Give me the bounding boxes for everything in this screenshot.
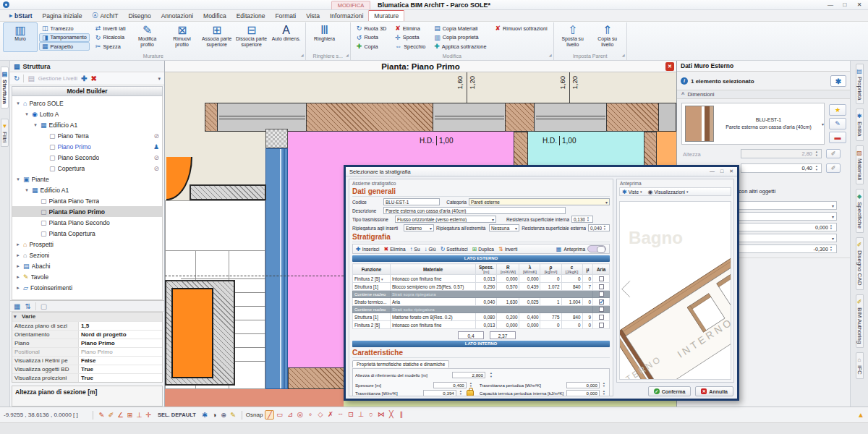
spinner-icon[interactable] [814,165,820,171]
aria-checkbox[interactable] [599,315,604,320]
user-add-icon[interactable]: ♟ [153,143,159,150]
menu-tab-informazioni[interactable]: Informazioni [325,10,368,21]
canvas-close-button[interactable] [665,62,674,71]
aria-checkbox[interactable] [599,292,604,297]
osnap-extension-icon[interactable]: ╌ [336,410,345,420]
door-leaf[interactable] [171,288,213,378]
toggle-pill[interactable] [587,245,606,252]
osnap-center-icon[interactable]: ◎ [295,410,305,420]
property-row-piano[interactable]: PianoPiano Primo [12,339,162,347]
tree-item-piano-terra[interactable]: ▢Piano Terra⊘ [12,130,162,141]
interior-wall-gray[interactable] [190,184,266,200]
strat-row-2[interactable]: Contiene nucleoStrati sopra ripiegatura [353,291,610,298]
conferma-button[interactable]: Conferma [648,386,692,396]
exterior-wall[interactable] [505,103,535,132]
ribbon-button-ruota-3d[interactable]: ↻Ruota 3D [354,24,389,33]
ribbon-button-tramezzo[interactable]: ◫Tramezzo [39,24,90,33]
property-page-icon[interactable]: ▢ [41,302,47,310]
dimensions-section-header[interactable]: Dimensioni [677,90,850,99]
property-row-orientamento[interactable]: OrientamentoNord di progetto [12,330,162,339]
osnap-line-icon[interactable]: ╱ [265,410,274,420]
tree-item-edificio-a1[interactable]: ▾▦Edificio A1 [12,119,162,130]
lock-icon[interactable] [467,390,474,396]
categorize-icon[interactable]: ▦ [14,302,20,310]
tree-item-sezioni[interactable]: ▸⌂Sezioni [12,250,162,260]
strat-row-6[interactable]: Finitura 2 [5]Intonaco con finitura fine… [353,321,610,329]
style-brush-icon[interactable]: ✎ [229,411,238,419]
tree-item-parco-sole[interactable]: ▾⌂Parco SOLE [12,98,162,109]
spinner-icon[interactable] [828,224,834,231]
aria-checkbox[interactable] [599,284,604,289]
spinner-icon[interactable] [458,390,464,396]
gear-button[interactable]: ✱ [830,75,846,87]
chevron-down-icon[interactable]: ▾ [832,236,834,241]
spinner-icon[interactable] [488,372,494,378]
expander-icon[interactable]: ▸ [15,252,21,258]
tree-item-pianta-copertura[interactable]: ▢Pianta Copertura [12,228,162,239]
strat-row-0[interactable]: Finitura 2 [5]Intonaco con finitura fine… [353,275,610,283]
tree-item-piante[interactable]: ▾▣Piante [12,174,162,184]
thermal-props-tab[interactable]: Proprietà termofisiche statiche e dinami… [352,360,449,367]
chevron-down-icon[interactable]: ▾ [158,76,161,82]
ribbon-button-ruota[interactable]: ↺Ruota [354,33,389,42]
spinner-icon[interactable] [602,225,608,231]
add-icon[interactable]: ✚ [81,75,87,82]
menu-tab-formati[interactable]: Formati [270,10,301,21]
strat-su-button[interactable]: ↑Su [410,246,420,252]
grid-snap-icon[interactable]: ⊞ [125,411,135,419]
pencil-snap-icon[interactable]: ✎ [97,411,106,419]
resistenza-esterna-spin[interactable]: 0,040 [588,224,610,231]
selected-wall[interactable] [265,148,288,389]
exterior-wall[interactable] [306,103,434,132]
side-tab-bim-authoring[interactable]: ✐BIM Authoring [856,294,864,348]
strat-row-1[interactable]: Struttura [1]Blocco semipieno cm 25(Res.… [353,283,610,291]
ribbon-button-sposta-su-livello[interactable]: ⇧Sposta su livello [556,22,590,52]
close-button[interactable]: ✕ [852,0,867,9]
expander-icon[interactable]: ▾ [24,111,30,117]
ribbon-button-sposta[interactable]: ✛Sposta [392,33,428,42]
menu-tab-bstart[interactable]: ▸bStart [4,10,38,21]
refresh-icon[interactable]: ↻ [14,75,20,82]
wall-pier[interactable] [658,103,676,132]
expander-icon[interactable]: ▾ [15,101,21,106]
ribbon-button-copia-su-livello[interactable]: ⇑Copia su livello [590,22,625,52]
strat-gi-button[interactable]: ↓Giù [425,246,436,252]
zoom-search-icon[interactable]: ⊕ [219,411,229,419]
spessore-pick-button[interactable]: ✐ [826,163,841,173]
side-tab-specifiche[interactable]: ◆Specifiche [856,189,864,233]
ribbon-button-associa-parte-superiore[interactable]: ⊞Associa parte superiore [200,22,234,52]
tree-item-lotto-a[interactable]: ▾◉Lotto A [12,109,162,119]
osnap-nearest-icon[interactable]: ⋈ [376,410,386,420]
tree-item-abachi[interactable]: ▸▤Abachi [12,260,162,271]
aria-checkbox[interactable] [599,323,604,328]
expander-icon[interactable]: ▸ [15,242,21,247]
level-icon[interactable]: ▲ [857,411,864,419]
polyline-snap-icon[interactable]: ✐ [106,411,116,419]
expander-icon[interactable]: ▾ [15,176,21,182]
sort-az-icon[interactable]: ⇅ [25,302,30,310]
delete-icon[interactable]: ✖ [90,75,96,82]
osnap-parallel-icon[interactable]: ∥ [396,410,406,420]
menu-tab-disegno[interactable]: Disegno [123,10,156,21]
side-tab-materiali[interactable]: ▨Materiali [856,145,864,184]
osnap-tangent-icon[interactable]: ○ [366,410,375,420]
eye-off-icon[interactable]: ⊘ [153,154,159,161]
contrast-icon[interactable]: ◑ [210,411,219,419]
strat-elimina-button[interactable]: ✖Elimina [384,246,406,252]
ribbon-button-modifica-profilo[interactable]: ✎Modifica profilo [130,22,165,52]
tree-item-pianta-piano-primo[interactable]: ▢Pianta Piano Primo [12,206,162,217]
ribbon-button-rimuovi-sottrazioni[interactable]: ✘Rimuovi sottrazioni [492,24,550,33]
ripiegatura-estremita-combo[interactable]: Nessuna [489,224,519,231]
property-row-altezza-piano-di-sezi[interactable]: Altezza piano di sezi1,5 [12,321,162,330]
osnap-midpoint-icon[interactable]: ⊿ [285,410,294,420]
menu-tab-annotazioni[interactable]: Annotazioni [156,10,198,21]
menu-tab-pagina-iniziale[interactable]: Pagina iniziale [38,10,88,21]
expander-icon[interactable]: ▾ [24,187,30,193]
menu-tab-archit[interactable]: ⒶArchIT [87,10,123,21]
property-category[interactable]: Varie [12,312,162,321]
tree-item-pianta-piano-secondo[interactable]: ▢Pianta Piano Secondo [12,217,162,228]
window-unit[interactable] [534,103,608,132]
maximize-button[interactable]: □ [838,0,852,9]
spinner-icon[interactable] [601,390,607,396]
osnap-intersection-icon[interactable]: ✗ [326,410,335,420]
